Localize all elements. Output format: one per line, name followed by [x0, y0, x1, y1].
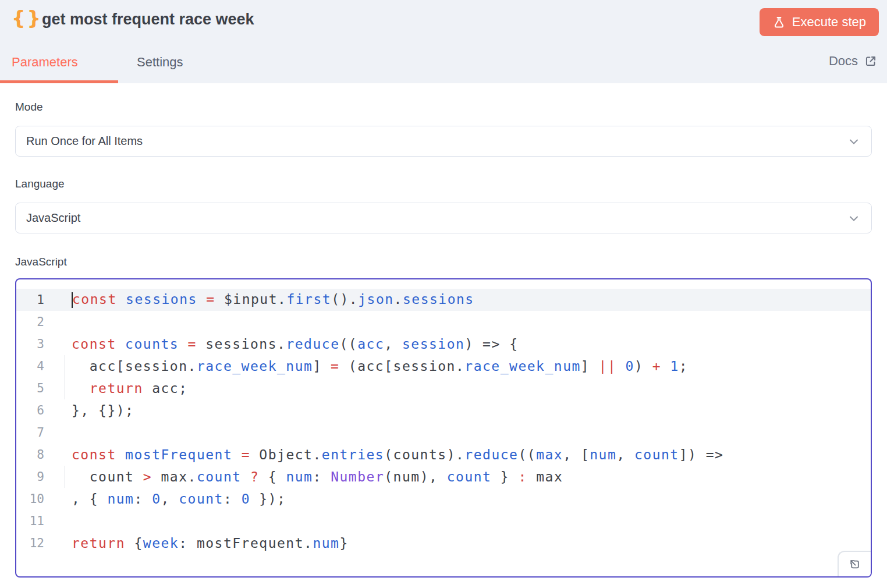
line-number: 6 [16, 403, 72, 417]
line-number: 9 [16, 470, 72, 484]
execute-step-button[interactable]: Execute step [760, 8, 879, 36]
code-line[interactable]: 4 acc[session.race_week_num] = (acc[sess… [16, 355, 871, 377]
code-text: , { num: 0, count: 0 }); [72, 491, 286, 506]
parameters-panel: Mode Run Once for All Items Language Jav… [0, 101, 887, 578]
docs-link[interactable]: Docs [829, 54, 878, 69]
language-select-value: JavaScript [26, 211, 80, 225]
line-number: 10 [16, 492, 72, 506]
code-editor-label: JavaScript [15, 256, 872, 268]
mode-select-value: Run Once for All Items [26, 134, 143, 148]
code-line[interactable]: 12return {week: mostFrequent.num} [16, 532, 871, 554]
code-line[interactable]: 8const mostFrequent = Object.entries(cou… [16, 444, 871, 466]
external-link-icon [864, 54, 878, 68]
code-text: const mostFrequent = Object.entries(coun… [72, 447, 723, 462]
code-line[interactable]: 10, { num: 0, count: 0 }); [16, 488, 871, 510]
tab-parameters[interactable]: Parameters [12, 55, 78, 70]
chevron-down-icon [847, 134, 861, 148]
code-editor[interactable]: 1const sessions = $input.first().json.se… [15, 278, 872, 578]
line-number: 7 [16, 426, 72, 440]
language-select[interactable]: JavaScript [15, 203, 872, 233]
code-line[interactable]: 3const counts = sessions.reduce((acc, se… [16, 333, 871, 355]
code-line[interactable]: 1const sessions = $input.first().json.se… [16, 289, 871, 311]
docs-label: Docs [829, 54, 858, 69]
expand-icon [849, 558, 861, 571]
code-line[interactable]: 5 return acc; [16, 377, 871, 399]
code-line[interactable]: 7 [16, 421, 871, 444]
expand-editor-button[interactable] [838, 551, 871, 576]
language-label: Language [15, 178, 872, 190]
code-line[interactable]: 2 [16, 311, 871, 333]
line-number: 11 [16, 514, 72, 528]
execute-step-label: Execute step [792, 15, 866, 30]
line-number: 8 [16, 448, 72, 462]
code-line[interactable]: 11 [16, 510, 871, 532]
line-number: 2 [16, 315, 72, 329]
code-text: const sessions = $input.first().json.ses… [72, 292, 474, 308]
code-line[interactable]: 9 count > max.count ? { num: Number(num)… [16, 466, 871, 488]
code-text: const counts = sessions.reduce((acc, ses… [72, 336, 518, 352]
code-text: }, {}); [72, 403, 134, 418]
flask-icon [772, 16, 786, 29]
code-lines: 1const sessions = $input.first().json.se… [16, 289, 871, 554]
code-text: count > max.count ? { num: Number(num), … [72, 469, 563, 484]
code-text: acc[session.race_week_num] = (acc[sessio… [72, 359, 688, 374]
mode-label: Mode [15, 101, 872, 114]
chevron-down-icon [847, 211, 861, 225]
code-text: return acc; [72, 381, 188, 396]
code-node-icon: {} [12, 7, 42, 30]
code-line[interactable]: 6}, {}); [16, 399, 871, 421]
line-number: 1 [16, 293, 72, 307]
code-text: return {week: mostFrequent.num} [72, 536, 349, 551]
node-header: {} get most frequent race week Execute s… [0, 0, 887, 83]
active-tab-underline [0, 80, 118, 83]
mode-select[interactable]: Run Once for All Items [15, 126, 872, 157]
line-number: 5 [16, 381, 72, 395]
line-number: 12 [16, 536, 72, 550]
page-title: get most frequent race week [42, 10, 254, 29]
line-number: 3 [16, 337, 72, 351]
tab-settings[interactable]: Settings [137, 55, 183, 70]
line-number: 4 [16, 359, 72, 373]
